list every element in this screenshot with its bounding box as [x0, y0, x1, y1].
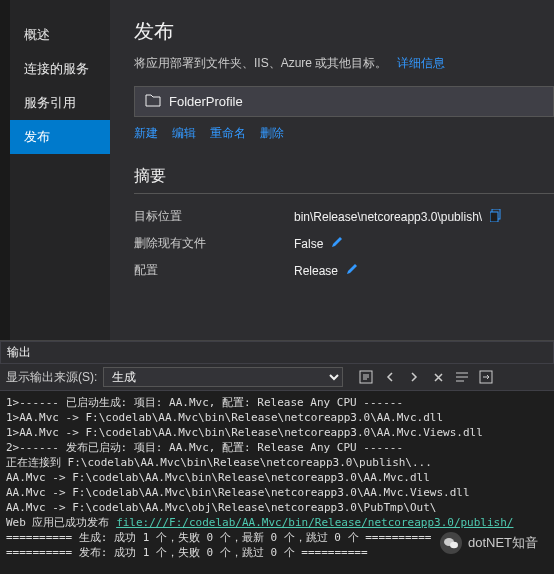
output-line: AA.Mvc -> F:\codelab\AA.Mvc\obj\Release\…: [6, 501, 436, 514]
delete-profile-link[interactable]: 删除: [260, 125, 284, 142]
transfer-icon[interactable]: [477, 368, 495, 386]
output-toolbar: 显示输出来源(S): 生成: [0, 364, 554, 391]
output-panel-title[interactable]: 输出: [0, 341, 554, 364]
copy-icon[interactable]: [490, 209, 502, 225]
summary-value-target: bin\Release\netcoreapp3.0\publish\: [294, 210, 482, 224]
watermark: dotNET知音: [434, 530, 544, 556]
output-line: AA.Mvc -> F:\codelab\AA.Mvc\bin\Release\…: [6, 471, 430, 484]
watermark-text: dotNET知音: [468, 534, 538, 552]
publish-success-link[interactable]: file:///F:/codelab/AA.Mvc/bin/Release/ne…: [116, 516, 513, 529]
output-line: 1>AA.Mvc -> F:\codelab\AA.Mvc\bin\Releas…: [6, 426, 483, 439]
output-line: AA.Mvc -> F:\codelab\AA.Mvc\bin\Release\…: [6, 486, 470, 499]
profile-name: FolderProfile: [169, 94, 243, 109]
summary-title: 摘要: [134, 166, 554, 187]
wechat-icon: [440, 532, 462, 554]
summary-row-delete-existing: 删除现有文件 False: [134, 235, 554, 252]
sidebar-item-service-refs[interactable]: 服务引用: [10, 86, 110, 120]
summary-row-config: 配置 Release: [134, 262, 554, 279]
summary-value-config: Release: [294, 264, 338, 278]
sidebar: 概述 连接的服务 服务引用 发布: [0, 0, 110, 340]
output-line: Web 应用已成功发布: [6, 516, 116, 529]
profile-selector[interactable]: FolderProfile: [134, 86, 554, 117]
summary-label: 删除现有文件: [134, 235, 294, 252]
publish-pane: 发布 将应用部署到文件夹、IIS、Azure 或其他目标。 详细信息 Folde…: [110, 0, 554, 340]
output-line: 1>------ 已启动生成: 项目: AA.Mvc, 配置: Release …: [6, 396, 403, 409]
output-line: 1>AA.Mvc -> F:\codelab\AA.Mvc\bin\Releas…: [6, 411, 443, 424]
summary-row-target: 目标位置 bin\Release\netcoreapp3.0\publish\: [134, 208, 554, 225]
publish-description: 将应用部署到文件夹、IIS、Azure 或其他目标。 详细信息: [134, 55, 554, 72]
next-icon[interactable]: [405, 368, 423, 386]
prev-icon[interactable]: [381, 368, 399, 386]
more-info-link[interactable]: 详细信息: [397, 56, 445, 70]
output-source-select[interactable]: 生成: [103, 367, 343, 387]
profile-actions: 新建 编辑 重命名 删除: [134, 125, 554, 142]
find-message-icon[interactable]: [357, 368, 375, 386]
summary-divider: [134, 193, 554, 194]
folder-icon: [145, 93, 161, 110]
summary-label: 目标位置: [134, 208, 294, 225]
summary-label: 配置: [134, 262, 294, 279]
rename-profile-link[interactable]: 重命名: [210, 125, 246, 142]
edit-profile-link[interactable]: 编辑: [172, 125, 196, 142]
wrap-icon[interactable]: [453, 368, 471, 386]
svg-rect-1: [490, 212, 498, 222]
sidebar-item-publish[interactable]: 发布: [10, 120, 110, 154]
sidebar-item-connected-services[interactable]: 连接的服务: [10, 52, 110, 86]
publish-desc-text: 将应用部署到文件夹、IIS、Azure 或其他目标。: [134, 56, 387, 70]
sidebar-item-overview[interactable]: 概述: [10, 18, 110, 52]
output-source-label: 显示输出来源(S):: [6, 369, 97, 386]
new-profile-link[interactable]: 新建: [134, 125, 158, 142]
output-line: 正在连接到 F:\codelab\AA.Mvc\bin\Release\netc…: [6, 456, 432, 469]
pencil-icon[interactable]: [331, 236, 343, 251]
clear-icon[interactable]: [429, 368, 447, 386]
pencil-icon[interactable]: [346, 263, 358, 278]
output-footer-publish: ========== 发布: 成功 1 个，失败 0 个，跳过 0 个 ====…: [6, 546, 368, 559]
output-line: 2>------ 发布已启动: 项目: AA.Mvc, 配置: Release …: [6, 441, 403, 454]
publish-title: 发布: [134, 18, 554, 45]
svg-point-5: [450, 542, 458, 548]
summary-value-delete: False: [294, 237, 323, 251]
output-footer-build: ========== 生成: 成功 1 个，失败 0 个，最新 0 个，跳过 0…: [6, 531, 431, 544]
